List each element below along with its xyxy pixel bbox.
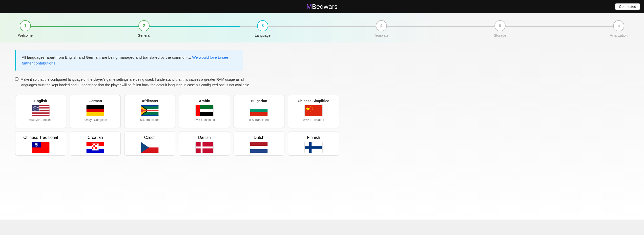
svg-rect-38: [250, 112, 268, 116]
lang-name-danish: Danish: [198, 135, 211, 140]
step-label-2: General: [138, 33, 150, 37]
lang-card-finnish[interactable]: Finnish: [288, 132, 339, 156]
lang-name-bulgarian: Bulgarian: [251, 99, 267, 103]
lang-name-english: English: [34, 99, 47, 103]
step-storage[interactable]: 5 Storage: [490, 20, 510, 37]
lang-name-finnish: Finnish: [307, 135, 320, 140]
lang-card-dutch[interactable]: Dutch: [234, 132, 285, 156]
svg-rect-61: [94, 147, 95, 149]
lang-status-english: Always Complete: [29, 118, 52, 122]
lang-name-czech: Czech: [144, 135, 155, 140]
lang-name-arabic: Arabic: [199, 99, 210, 103]
flag-cz: [141, 142, 159, 153]
svg-rect-21: [87, 112, 104, 116]
svg-rect-71: [250, 149, 268, 153]
svg-rect-9: [32, 113, 49, 113]
lang-status-arabic: 16% Translated: [194, 118, 215, 122]
main-content: All languages, apart from English and Ge…: [0, 42, 644, 220]
connected-badge: Connected: [615, 3, 640, 10]
lang-status-german: Always Complete: [84, 118, 107, 122]
flag-us: ★ ★ ★ ★ ★ ★ ★ ★ ★ ★ ★ ★ ★ ★ ★ ★ ★ ★ ★ ★ …: [32, 105, 50, 116]
multi-language-checkbox[interactable]: [15, 77, 18, 81]
step-welcome[interactable]: 1 Welcome: [15, 20, 35, 37]
svg-rect-8: [32, 112, 49, 113]
svg-rect-57: [92, 145, 94, 147]
flag-cn: [304, 105, 323, 116]
header: MBedwars Connected: [0, 0, 644, 13]
svg-rect-19: [87, 105, 104, 109]
step-circle-3: 3: [257, 20, 268, 31]
info-text: All languages, apart from English and Ge…: [22, 55, 192, 59]
svg-rect-35: [196, 105, 200, 116]
svg-rect-10: [32, 113, 49, 114]
lang-card-croatian[interactable]: Croatian: [70, 132, 121, 156]
svg-rect-70: [250, 142, 268, 146]
lang-name-chinese-simplified: Chinese Simplified: [298, 99, 329, 103]
svg-rect-59: [95, 145, 97, 147]
step-circle-1: 1: [20, 20, 31, 31]
step-label-3: Language: [255, 33, 271, 37]
svg-rect-39: [305, 105, 322, 116]
svg-rect-12: [32, 115, 49, 116]
svg-rect-74: [305, 146, 322, 149]
app-title: MBedwars: [306, 3, 338, 11]
lang-card-german[interactable]: German Always Complete: [70, 95, 121, 128]
lang-card-bulgarian[interactable]: Bulgarian 5% Translated: [234, 95, 285, 128]
step-general[interactable]: 2 General: [134, 20, 154, 37]
svg-rect-62: [95, 147, 97, 149]
lang-name-dutch: Dutch: [254, 135, 264, 140]
step-circle-5: 5: [494, 20, 506, 31]
stepper: 1 Welcome 2 General 3 Language 4 Templat…: [0, 13, 644, 42]
checkbox-area: Make it so that the configured language …: [15, 77, 258, 88]
svg-rect-37: [250, 109, 268, 112]
checkbox-label: Make it so that the configured language …: [20, 77, 258, 88]
svg-rect-20: [87, 109, 104, 112]
svg-rect-30: [141, 105, 159, 106]
language-grid: English ★ ★ ★ ★ ★ ★ ★ ★ ★ ★ ★: [15, 95, 339, 128]
svg-rect-56: [95, 144, 97, 145]
step-template[interactable]: 4 Template: [371, 20, 391, 37]
title-m: M: [306, 3, 312, 10]
step-language[interactable]: 3 Language: [253, 20, 273, 37]
lang-card-chinese-traditional[interactable]: Chinese Traditional: [15, 132, 66, 156]
lang-name-chinese-traditional: Chinese Traditional: [23, 135, 58, 140]
flag-de: [86, 105, 104, 116]
step-circle-4: 4: [376, 20, 387, 31]
lang-card-czech[interactable]: Czech: [124, 132, 175, 156]
step-circle-6: ⊞: [613, 20, 624, 31]
lang-name-afrikaans: Afrikaans: [142, 99, 158, 103]
svg-rect-11: [32, 114, 49, 115]
svg-rect-29: [141, 110, 159, 111]
title-rest: Bedwars: [312, 3, 338, 10]
flag-bg: [250, 105, 268, 116]
flag-tw: [32, 142, 50, 153]
lang-status-afrikaans: 5% Translated: [140, 118, 160, 122]
flag-za: [141, 105, 159, 116]
lang-card-english[interactable]: English ★ ★ ★ ★ ★ ★ ★ ★ ★ ★ ★: [15, 95, 66, 128]
svg-rect-55: [94, 144, 95, 145]
flag-fi: [304, 142, 323, 153]
lang-status-chinese-simplified: 94% Translated: [303, 118, 324, 122]
lang-card-arabic[interactable]: Arabic 16% Translated: [179, 95, 230, 128]
flag-ae: [195, 105, 214, 116]
step-label-6: Finalization: [610, 33, 628, 37]
svg-rect-58: [94, 145, 95, 147]
step-circle-2: 2: [138, 20, 150, 31]
svg-rect-60: [92, 147, 94, 149]
step-label-5: Storage: [494, 33, 506, 37]
svg-text:★ ★ ★ ★ ★ ★: ★ ★ ★ ★ ★ ★: [32, 110, 40, 111]
svg-rect-68: [196, 146, 213, 148]
lang-status-bulgarian: 5% Translated: [249, 118, 269, 122]
step-finalization[interactable]: ⊞ Finalization: [609, 20, 629, 37]
lang-card-afrikaans[interactable]: Afrikaans 5% Translated: [124, 95, 175, 128]
flag-dk: [195, 142, 214, 153]
lang-card-danish[interactable]: Danish: [179, 132, 230, 156]
lang-name-german: German: [89, 99, 102, 103]
svg-rect-7: [32, 111, 49, 112]
step-label-1: Welcome: [18, 33, 33, 37]
lang-card-chinese-simplified[interactable]: Chinese Simplified 94% Translated: [288, 95, 339, 128]
language-grid-row2: Chinese Traditional Croatian: [15, 132, 339, 156]
svg-rect-54: [92, 144, 94, 145]
step-label-4: Template: [374, 33, 389, 37]
info-box: All languages, apart from English and Ge…: [15, 50, 243, 71]
